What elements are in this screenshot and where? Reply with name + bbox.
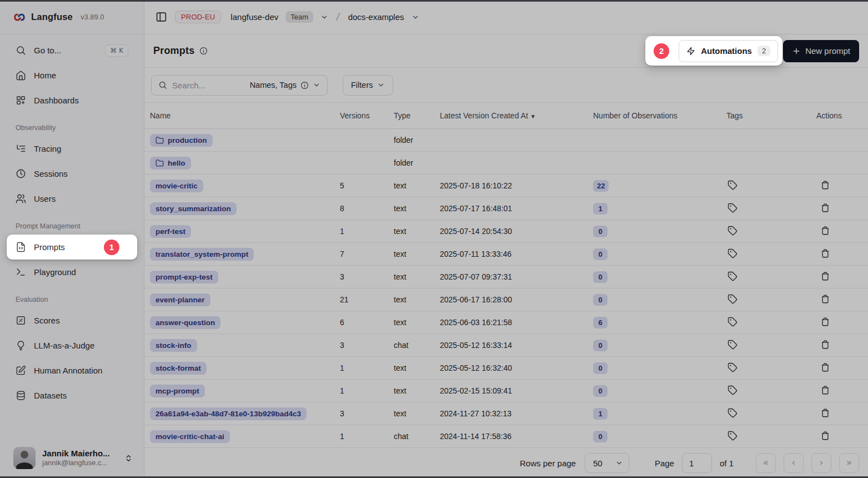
table-row[interactable]: 26a61a94-e3ab-48d7-81e0-13b929bad4c33tex…	[144, 402, 868, 425]
delete-prompt-button[interactable]	[820, 248, 830, 258]
delete-prompt-button[interactable]	[820, 385, 830, 395]
sidebar-item-sessions[interactable]: Sessions	[7, 161, 137, 186]
table-row[interactable]: translator_system-prompt7text2025-07-11 …	[144, 243, 868, 266]
tag-icon[interactable]	[727, 248, 737, 258]
column-header-type[interactable]: Type	[394, 111, 440, 120]
prompt-name-badge[interactable]: mcp-prompt	[150, 385, 205, 397]
prompt-name-badge[interactable]: answer-question	[150, 316, 220, 329]
folder-icon	[155, 159, 164, 167]
tag-icon[interactable]	[727, 294, 737, 304]
automations-button[interactable]: Automations 2	[679, 40, 778, 62]
sidebar-item-home[interactable]: Home	[7, 63, 137, 88]
last-page-button[interactable]: »	[839, 453, 859, 473]
chevron-down-icon[interactable]	[412, 13, 419, 21]
delete-prompt-button[interactable]	[820, 408, 830, 418]
observations-cell: 0	[593, 248, 726, 260]
column-header-name[interactable]: Name	[150, 111, 340, 120]
type-cell: text	[394, 204, 440, 213]
sidebar-item-scores[interactable]: Scores	[7, 308, 137, 333]
table-row[interactable]: mcp-prompt1text2025-02-15 15:09:410	[144, 380, 868, 402]
org-name[interactable]: langfuse-dev	[230, 12, 278, 22]
tag-icon[interactable]	[727, 362, 737, 372]
sidebar-item-label: Prompts	[34, 242, 65, 252]
sidebar-item-datasets[interactable]: Datasets	[7, 383, 137, 408]
first-page-button[interactable]: «	[756, 453, 776, 473]
tag-icon[interactable]	[727, 317, 737, 327]
prompt-name-badge[interactable]: stock-info	[150, 339, 197, 352]
delete-prompt-button[interactable]	[820, 226, 830, 236]
type-cell: text	[394, 181, 440, 190]
sidebar-item-dashboards[interactable]: Dashboards	[7, 88, 137, 113]
page-number-input[interactable]	[682, 453, 712, 473]
observations-cell: 0	[593, 340, 726, 351]
search-input[interactable]: Search... Names, Tags	[151, 75, 328, 96]
delete-prompt-button[interactable]	[820, 317, 830, 327]
delete-prompt-button[interactable]	[820, 180, 830, 190]
rows-per-page-select[interactable]: 50	[585, 453, 629, 473]
folder-name-badge[interactable]: hello	[150, 157, 191, 170]
chevrons-up-down-icon[interactable]	[124, 454, 133, 462]
filters-button[interactable]: Filters	[343, 75, 393, 96]
prompt-name-badge[interactable]: story_summarization	[150, 202, 237, 215]
column-header-versions[interactable]: Versions	[340, 111, 394, 120]
table-row[interactable]: event-planner21text2025-06-17 16:28:000	[144, 288, 868, 311]
delete-prompt-button[interactable]	[820, 271, 830, 281]
delete-prompt-button[interactable]	[820, 431, 830, 441]
prompt-name-badge[interactable]: event-planner	[150, 293, 210, 306]
delete-prompt-button[interactable]	[820, 203, 830, 213]
next-page-button[interactable]: ›	[811, 453, 831, 473]
sidebar-item-prompts[interactable]: Prompts1	[7, 235, 137, 260]
type-cell: chat	[394, 341, 440, 350]
sidebar-item-goto[interactable]: Go to... ⌘ K	[7, 38, 137, 63]
delete-prompt-button[interactable]	[820, 294, 830, 304]
prompt-name-badge[interactable]: translator_system-prompt	[150, 248, 254, 261]
folder-name-badge[interactable]: production	[150, 134, 213, 147]
prompt-name-badge[interactable]: 26a61a94-e3ab-48d7-81e0-13b929bad4c3	[150, 407, 307, 420]
type-cell: text	[394, 364, 440, 372]
delete-prompt-button[interactable]	[820, 340, 830, 350]
column-header-observations[interactable]: Number of Observations	[593, 111, 726, 120]
sidebar-item-human-annotation[interactable]: Human Annotation	[7, 358, 137, 383]
table-row[interactable]: stock-format1text2025-05-12 16:32:400	[144, 357, 868, 380]
brand-name: Langfuse	[31, 12, 73, 22]
sidebar-item-users[interactable]: Users	[7, 186, 137, 211]
table-row[interactable]: answer-question6text2025-06-03 16:21:586	[144, 311, 868, 334]
tag-icon[interactable]	[727, 408, 737, 418]
info-icon[interactable]	[199, 47, 208, 55]
table-row[interactable]: perf-test1text2025-07-14 20:54:300	[144, 220, 868, 243]
sidebar-item-llm-as-a-judge[interactable]: LLM-as-a-Judge	[7, 333, 137, 358]
tag-icon[interactable]	[727, 180, 737, 190]
tag-icon[interactable]	[727, 226, 737, 236]
table-row[interactable]: movie-critic5text2025-07-18 16:10:2222	[144, 175, 868, 197]
prompt-name-badge[interactable]: prompt-exp-test	[150, 271, 218, 283]
tag-icon[interactable]	[727, 385, 737, 395]
tag-icon[interactable]	[727, 271, 737, 281]
tag-icon[interactable]	[727, 431, 737, 441]
table-row[interactable]: hellofolder	[144, 152, 868, 175]
project-name[interactable]: docs-examples	[348, 12, 404, 22]
tag-icon[interactable]	[727, 340, 737, 350]
delete-prompt-button[interactable]	[820, 362, 830, 372]
prompt-name-badge[interactable]: perf-test	[150, 225, 191, 238]
previous-page-button[interactable]: ‹	[784, 453, 804, 473]
table-row[interactable]: story_summarization8text2025-07-17 16:48…	[144, 197, 868, 220]
user-card[interactable]: Jannik Maierho... jannik@langfuse.c...	[0, 440, 144, 478]
prompt-name-badge[interactable]: movie-critic-chat-ai	[150, 430, 230, 443]
prompt-name-badge[interactable]: stock-format	[150, 362, 207, 375]
table-row[interactable]: prompt-exp-test3text2025-07-07 09:37:310	[144, 266, 868, 288]
sidebar-item-tracing[interactable]: Tracing	[7, 136, 137, 161]
page-title: Prompts	[153, 45, 194, 57]
table-row[interactable]: productionfolder	[144, 129, 868, 152]
table-row[interactable]: movie-critic-chat-ai1chat2024-11-14 17:5…	[144, 425, 868, 448]
column-header-created[interactable]: Latest Version Created At▼	[440, 111, 593, 120]
panel-left-icon[interactable]	[154, 11, 168, 24]
prompt-name-badge[interactable]: movie-critic	[150, 180, 203, 192]
chevron-down-icon[interactable]	[320, 13, 328, 21]
table-row[interactable]: stock-info3chat2025-05-12 16:33:140	[144, 334, 868, 357]
sidebar-item-label: Users	[34, 194, 56, 203]
new-prompt-button[interactable]: New prompt	[783, 40, 859, 62]
column-header-tags[interactable]: Tags	[726, 111, 816, 120]
tag-icon[interactable]	[727, 203, 737, 213]
sidebar-item-playground[interactable]: Playground	[7, 260, 137, 285]
search-scope-select[interactable]: Names, Tags	[250, 81, 320, 89]
